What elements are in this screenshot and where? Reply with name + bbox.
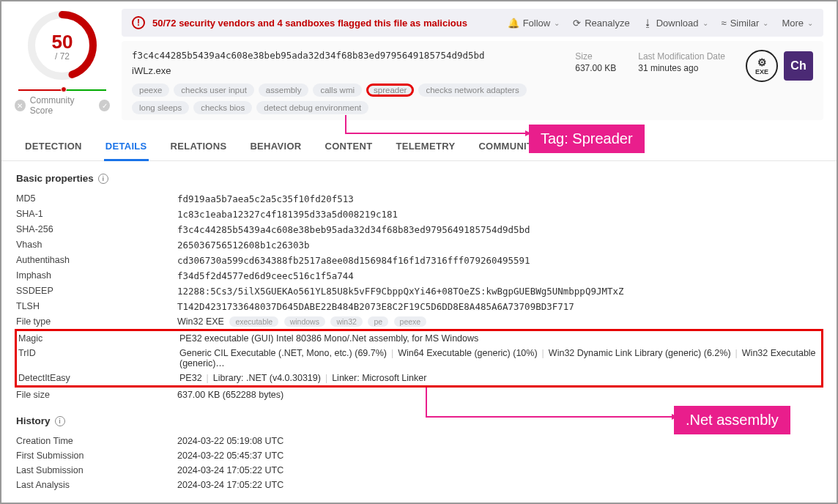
mini-tag[interactable]: peexe: [394, 316, 427, 327]
mini-tag[interactable]: pe: [368, 316, 388, 327]
ch-icon: Ch: [784, 51, 813, 81]
sha1-val: 1c83c1eaba12327c4f181395d33a5d008219c181: [177, 209, 822, 220]
first-submission-key: First Submission: [16, 451, 177, 461]
tab-behavior[interactable]: BEHAVIOR: [248, 133, 303, 160]
filetype-val: Win32 EXE executable windows win32 pe pe…: [177, 316, 822, 327]
filesize-key: File size: [16, 390, 177, 400]
tag-calls-wmi[interactable]: calls wmi: [313, 84, 362, 97]
creation-time-val: 2024-03-22 05:19:08 UTC: [177, 436, 822, 446]
tag-checks-user-input[interactable]: checks user input: [174, 84, 254, 97]
sha1-key: SHA-1: [16, 209, 177, 220]
check-icon[interactable]: ✓: [99, 100, 110, 111]
vhash-key: Vhash: [16, 240, 177, 251]
vhash-val: 265036756512608b1c26303b: [177, 240, 822, 251]
annotation-spreader: Tag: Spreader: [529, 125, 645, 153]
first-submission-val: 2024-03-22 05:45:37 UTC: [177, 451, 822, 461]
tag-peexe[interactable]: peexe: [132, 84, 169, 97]
file-name: iWLz.exe: [132, 65, 560, 76]
mini-tag[interactable]: windows: [284, 316, 325, 327]
info-icon[interactable]: i: [98, 174, 108, 184]
sha256-val: f3c4c44285b5439a4c608e38beb95ada32d34f68…: [177, 224, 822, 235]
tab-relations[interactable]: RELATIONS: [169, 133, 229, 160]
alert-icon: !: [132, 16, 145, 29]
tab-telemetry[interactable]: TELEMETRY: [394, 133, 456, 160]
trid-val: Generic CIL Executable (.NET, Mono, etc.…: [179, 348, 820, 368]
community-score-bar: [18, 89, 106, 91]
mini-tag[interactable]: executable: [229, 316, 278, 327]
detection-score-ring: 50 / 72: [26, 9, 99, 82]
filesize-val: 637.00 KB (652288 bytes): [177, 390, 822, 400]
last-analysis-key: Last Analysis: [16, 480, 177, 490]
size-label: Size: [575, 51, 616, 62]
highlighted-rows: MagicPE32 executable (GUI) Intel 80386 M…: [15, 329, 823, 388]
follow-button[interactable]: 🔔 Follow ⌄: [508, 18, 560, 29]
tab-detection[interactable]: DETECTION: [23, 133, 84, 160]
creation-time-key: Creation Time: [16, 436, 177, 446]
filetype-key: File type: [16, 316, 177, 327]
community-score-label: Community Score: [30, 95, 94, 116]
download-button[interactable]: ⭳ Download ⌄: [643, 18, 708, 29]
tab-content[interactable]: CONTENT: [323, 133, 374, 160]
basic-properties-header: Basic propertiesi: [16, 173, 822, 184]
score-numerator: 50: [26, 31, 99, 53]
info-icon[interactable]: i: [55, 416, 65, 426]
malicious-alert-bar: ! 50/72 security vendors and 4 sandboxes…: [122, 9, 823, 37]
tag-long-sleeps[interactable]: long sleeps: [132, 101, 189, 114]
lastmod-label: Last Modification Date: [638, 51, 725, 62]
ssdeep-val: 12288:5Cs3/5ilX5GUEKAo561YL85U8k5vFF9Cbp…: [177, 286, 822, 297]
die-val: PE32|Library: .NET (v4.0.30319)|Linker: …: [179, 373, 820, 383]
annotation-net: .Net assembly: [674, 406, 790, 434]
alert-text: 50/72 security vendors and 4 sandboxes f…: [152, 18, 500, 29]
last-analysis-val: 2024-03-24 17:05:22 UTC: [177, 480, 822, 490]
md5-val: fd919aa5b7aea5c2a5c35f10fd20f513: [177, 193, 822, 204]
authentihash-val: cd306730a599cd634388fb2517a8ee08d156984f…: [177, 255, 822, 266]
size-value: 637.00 KB: [575, 63, 616, 73]
tags-row: peexe checks user input assembly calls w…: [132, 84, 560, 114]
exe-icon: ⚙EXE: [746, 50, 778, 82]
imphash-val: f34d5f2d4577ed6d9ceec516c1f5a744: [177, 270, 822, 281]
mini-tag[interactable]: win32: [330, 316, 362, 327]
authentihash-key: Authentihash: [16, 255, 177, 266]
magic-key: Magic: [18, 333, 179, 344]
md5-key: MD5: [16, 193, 177, 204]
last-submission-val: 2024-03-24 17:05:22 UTC: [177, 465, 822, 475]
sha256-key: SHA-256: [16, 224, 177, 235]
imphash-key: Imphash: [16, 270, 177, 281]
tlsh-key: TLSH: [16, 301, 177, 312]
tlsh-val: T142D4231733648037D645DABE22B484B2073E8C…: [177, 301, 822, 312]
magic-val: PE32 executable (GUI) Intel 80386 Mono/.…: [179, 333, 820, 344]
tag-checks-bios[interactable]: checks bios: [193, 101, 252, 114]
tag-spreader[interactable]: spreader: [366, 84, 414, 97]
tag-assembly[interactable]: assembly: [259, 84, 309, 97]
reanalyze-button[interactable]: ⟳ Reanalyze: [573, 18, 629, 29]
die-key: DetectItEasy: [18, 373, 179, 383]
lastmod-value: 31 minutes ago: [638, 63, 725, 73]
last-submission-key: Last Submission: [16, 465, 177, 475]
similar-button[interactable]: ≈ Similar ⌄: [722, 18, 769, 29]
file-hash: f3c4c44285b5439a4c608e38beb95ada32d34f68…: [132, 50, 560, 61]
tag-checks-network-adapters[interactable]: checks network adapters: [418, 84, 526, 97]
more-button[interactable]: More ⌄: [782, 18, 813, 29]
trid-key: TrID: [18, 348, 179, 368]
close-icon[interactable]: ✕: [15, 100, 26, 111]
tab-details[interactable]: DETAILS: [104, 133, 149, 160]
score-denominator: / 72: [26, 51, 99, 62]
ssdeep-key: SSDEEP: [16, 286, 177, 297]
tag-detect-debug-env[interactable]: detect debug environment: [256, 101, 368, 114]
